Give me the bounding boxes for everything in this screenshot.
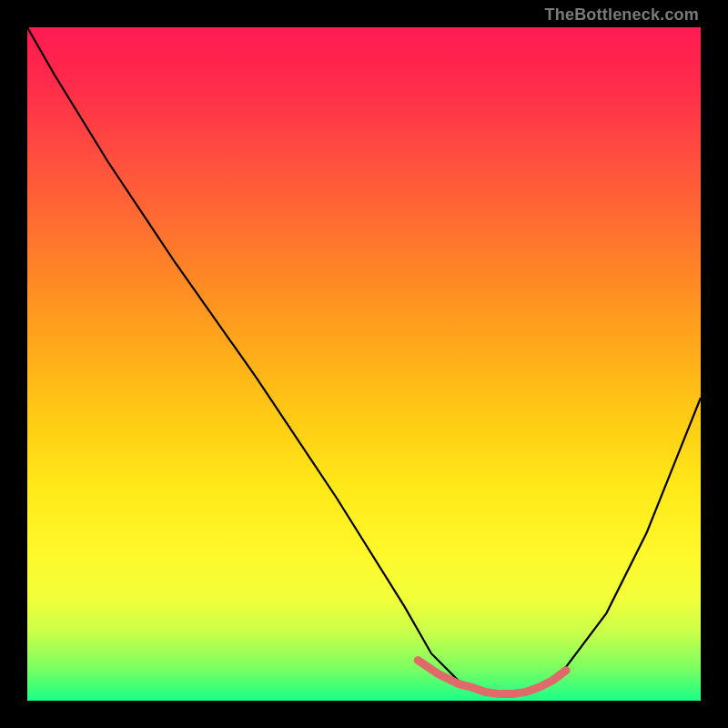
chart-frame: TheBottleneck.com [0,0,728,728]
attribution-text: TheBottleneck.com [545,5,699,25]
curve-layer [27,27,701,701]
plot-area [27,27,701,701]
bottleneck-curve [27,27,701,694]
highlight-segment [418,661,566,694]
